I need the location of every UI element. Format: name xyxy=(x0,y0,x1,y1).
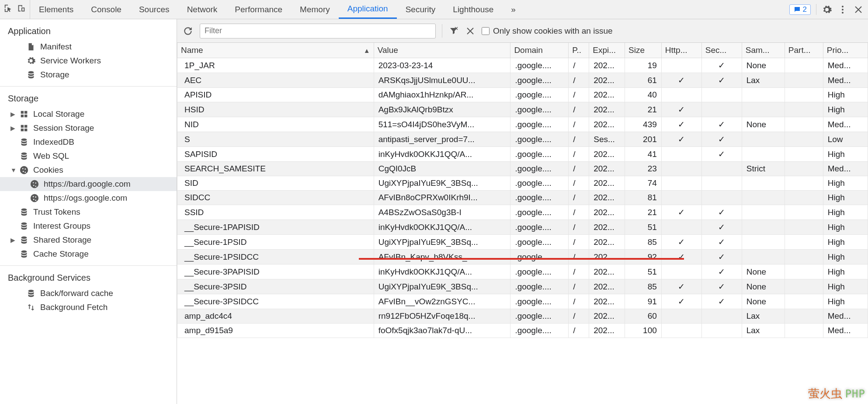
cell-path: / xyxy=(569,132,589,147)
col-header[interactable]: Value xyxy=(374,43,510,58)
sidebar-item-trust-tokens[interactable]: Trust Tokens xyxy=(0,205,177,219)
tab-memory[interactable]: Memory xyxy=(291,0,339,19)
sidebar-item-background-fetch[interactable]: Background Fetch xyxy=(0,300,177,314)
cell-expires: Ses... xyxy=(589,132,625,147)
tab-lighthouse[interactable]: Lighthouse xyxy=(444,0,502,19)
col-header[interactable]: Sec... xyxy=(701,43,742,58)
only-issue-input[interactable] xyxy=(482,27,490,35)
cookie-origin[interactable]: https://bard.google.com xyxy=(0,177,177,191)
gear-icon[interactable] xyxy=(822,4,832,15)
sidebar-item-manifest[interactable]: Manifest xyxy=(0,40,177,54)
filter-input[interactable] xyxy=(200,24,436,38)
col-header[interactable]: Http... xyxy=(661,43,701,58)
table-row[interactable]: Santipasti_server_prod=7....google..../S… xyxy=(177,132,868,147)
table-row[interactable]: SEARCH_SAMESITECgQI0JcB.google..../202..… xyxy=(177,162,868,176)
cell-partition xyxy=(785,176,823,191)
col-header[interactable]: P.. xyxy=(569,43,589,58)
cell-expires: 202... xyxy=(589,294,625,309)
cell-name: SID xyxy=(177,176,374,191)
close-icon[interactable] xyxy=(853,4,864,15)
table-row[interactable]: NID511=sO4I4jDS0he3VyM....google..../202… xyxy=(177,117,868,132)
tab-security[interactable]: Security xyxy=(397,0,444,19)
table-row[interactable]: __Secure-1PSIDCCAFvIBn_Kapv_b8VKss_....g… xyxy=(177,250,868,265)
table-row[interactable]: __Secure-3PSIDCCAFvIBn__vOw2znGSYC....go… xyxy=(177,294,868,309)
table-row[interactable]: __Secure-1PSIDUgiXYPjpaIYuE9K_3BSq....go… xyxy=(177,235,868,250)
inspect-controls xyxy=(0,0,30,19)
cell-size: 21 xyxy=(625,205,661,220)
table-row[interactable]: amp_d915a9foOfx5qjk3ao7lak7d-qU....googl… xyxy=(177,324,868,338)
cell-path: / xyxy=(569,102,589,117)
cell-value: inKyHvdk0OKKJ1QQ/A... xyxy=(374,220,510,235)
tab-sources[interactable]: Sources xyxy=(130,0,178,19)
device-toggle-icon[interactable] xyxy=(17,3,26,15)
reload-icon[interactable] xyxy=(182,25,194,37)
watermark-text: 萤火虫 xyxy=(808,387,842,400)
delete-icon[interactable] xyxy=(465,26,476,36)
tab-console[interactable]: Console xyxy=(82,0,130,19)
col-header[interactable]: Name▲ xyxy=(177,43,374,58)
tab-network[interactable]: Network xyxy=(178,0,226,19)
cell-samesite: None xyxy=(742,294,785,309)
col-header[interactable]: Expi... xyxy=(589,43,625,58)
cell-secure: ✓ xyxy=(701,265,742,279)
sidebar-item-web-sql[interactable]: Web SQL xyxy=(0,149,177,163)
table-row[interactable]: __Secure-3PAPISIDinKyHvdk0OKKJ1QQ/A....g… xyxy=(177,265,868,279)
table-row[interactable]: SIDUgiXYPjpaIYuE9K_3BSq....google..../20… xyxy=(177,176,868,191)
only-issue-checkbox[interactable]: Only show cookies with an issue xyxy=(482,26,613,36)
cell-value: 2023-03-23-14 xyxy=(374,58,510,73)
col-header[interactable]: Size xyxy=(625,43,661,58)
table-row[interactable]: APISIDdAMghiaox1hHznkp/AR....google..../… xyxy=(177,88,868,102)
tab-elements[interactable]: Elements xyxy=(30,0,82,19)
kebab-menu-icon[interactable] xyxy=(837,4,848,15)
cookie-origin[interactable]: https://ogs.google.com xyxy=(0,191,177,205)
cell-value: antipasti_server_prod=7... xyxy=(374,132,510,147)
sidebar-item-interest-groups[interactable]: Interest Groups xyxy=(0,219,177,233)
cell-partition xyxy=(785,147,823,162)
tab-application[interactable]: Application xyxy=(339,0,397,19)
sidebar-item-session-storage[interactable]: ▶Session Storage xyxy=(0,121,177,135)
table-row[interactable]: SIDCCAFvIBn8oCPRXw0IKrh9I....google..../… xyxy=(177,191,868,205)
messages-badge[interactable]: 2 xyxy=(789,4,811,15)
table-row[interactable]: 1P_JAR2023-03-23-14.google..../202...19✓… xyxy=(177,58,868,73)
col-header[interactable]: Domain xyxy=(510,43,569,58)
sidebar-item-cookies[interactable]: ▼Cookies xyxy=(0,163,177,177)
cell-domain: .google.... xyxy=(510,176,569,191)
cell-expires: 202... xyxy=(589,162,625,176)
sidebar-item-cache-storage[interactable]: Cache Storage xyxy=(0,247,177,261)
cell-size: 51 xyxy=(625,265,661,279)
table-row[interactable]: __Secure-1PAPISIDinKyHvdk0OKKJ1QQ/A....g… xyxy=(177,220,868,235)
tabs-overflow[interactable]: » xyxy=(502,0,524,19)
col-header[interactable]: Prio... xyxy=(823,43,868,58)
sidebar-item-indexeddb[interactable]: IndexedDB xyxy=(0,135,177,149)
table-row[interactable]: SSIDA4BSzZwOSaS0g3B-I.google..../202...2… xyxy=(177,205,868,220)
cookies-table-wrap[interactable]: Name▲ValueDomainP..Expi...SizeHttp...Sec… xyxy=(177,43,868,404)
tab-performance[interactable]: Performance xyxy=(226,0,291,19)
table-row[interactable]: HSIDAgBx9JkAlQrb9Btzx.google..../202...2… xyxy=(177,102,868,117)
cell-path: / xyxy=(569,191,589,205)
cell-samesite: None xyxy=(742,279,785,294)
sidebar-item-shared-storage[interactable]: ▶Shared Storage xyxy=(0,233,177,247)
cell-partition xyxy=(785,294,823,309)
col-header[interactable]: Sam... xyxy=(742,43,785,58)
cell-path: / xyxy=(569,279,589,294)
cell-name: __Secure-3PSID xyxy=(177,279,374,294)
sidebar-item-storage[interactable]: Storage xyxy=(0,68,177,82)
table-row[interactable]: amp_adc4c4rn912FbO5HZvFoqe18q....google.… xyxy=(177,309,868,324)
cell-value: inKyHvdk0OKKJ1QQ/A... xyxy=(374,265,510,279)
cell-size: 60 xyxy=(625,309,661,324)
table-row[interactable]: SAPISIDinKyHvdk0OKKJ1QQ/A....google..../… xyxy=(177,147,868,162)
clear-filter-icon[interactable] xyxy=(448,26,459,36)
sidebar-item-service-workers[interactable]: Service Workers xyxy=(0,54,177,68)
cell-secure: ✓ xyxy=(701,220,742,235)
cell-path: / xyxy=(569,250,589,265)
sidebar-item-local-storage[interactable]: ▶Local Storage xyxy=(0,107,177,121)
cell-httponly xyxy=(661,147,701,162)
cell-domain: .google.... xyxy=(510,324,569,338)
sidebar-item-back/forward-cache[interactable]: Back/forward cache xyxy=(0,286,177,300)
col-header[interactable]: Part... xyxy=(785,43,823,58)
table-row[interactable]: __Secure-3PSIDUgiXYPjpaIYuE9K_3BSq....go… xyxy=(177,279,868,294)
cell-priority: High xyxy=(823,250,868,265)
table-row[interactable]: AECARSKqsJjjUSlmuLe0UU....google..../202… xyxy=(177,73,868,88)
inspect-icon[interactable] xyxy=(3,3,13,15)
cell-name: SEARCH_SAMESITE xyxy=(177,162,374,176)
